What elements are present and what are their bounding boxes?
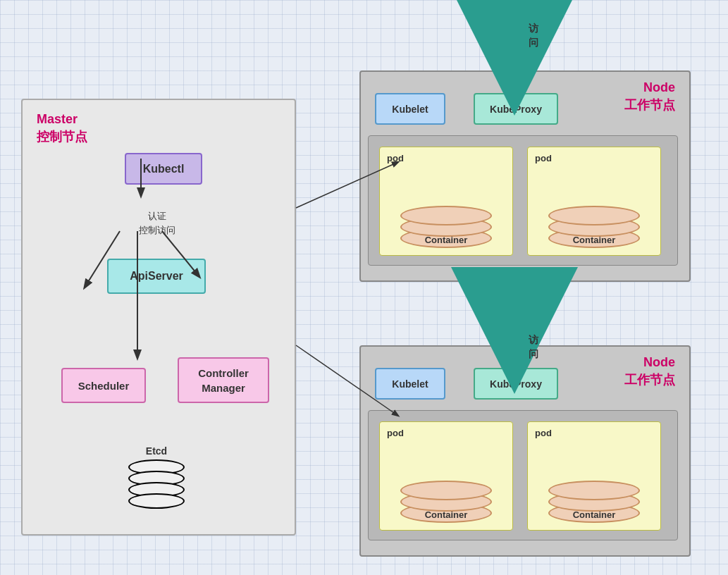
- kubelet-bottom-label: Kubelet: [392, 378, 428, 390]
- controller-manager-label: ControllerManager: [198, 366, 249, 395]
- node-bottom-title1: Node: [643, 355, 675, 369]
- container-top-1-label: Container: [425, 235, 468, 245]
- kubeproxy-bottom-box: KubeProxy: [474, 368, 558, 400]
- pod-top-1: pod Container: [379, 147, 513, 256]
- node-top-title1: Node: [643, 80, 675, 94]
- pod-top-2-label: pod: [535, 153, 552, 163]
- master-title-line1: Master: [37, 112, 78, 126]
- kubectl-box: Kubectl: [125, 153, 202, 185]
- pod-top-1-label: pod: [387, 153, 404, 163]
- container-bottom-2-label: Container: [573, 509, 616, 520]
- node-top-title2: 工作节点: [624, 98, 675, 112]
- container-top-2-label: Container: [573, 235, 616, 245]
- node-bottom-label: Node 工作节点: [624, 354, 675, 389]
- container-bottom-1-label: Container: [425, 509, 468, 520]
- auth-text: 认证 控制访问: [139, 209, 175, 237]
- scheduler-label: Scheduler: [78, 380, 130, 392]
- etcd-label: Etcd: [146, 445, 167, 457]
- pod-area-bottom: pod Container pod Container: [368, 410, 678, 540]
- disk-4: [128, 493, 185, 509]
- etcd-disk-stack: [128, 459, 185, 509]
- pod-bottom-1: pod Container: [379, 421, 513, 531]
- pod-area-top: pod Container pod Container: [368, 135, 678, 266]
- node-bottom-box: Node 工作节点 Kubelet KubeProxy pod Containe…: [359, 345, 691, 557]
- pod-top-2: pod Container: [527, 147, 661, 256]
- node-top-box: Node 工作节点 Kubelet KubeProxy pod Containe…: [359, 70, 691, 282]
- kubectl-label: Kubectl: [143, 163, 185, 175]
- scheduler-box: Scheduler: [61, 368, 146, 403]
- pod-bottom-2: pod Container: [527, 421, 661, 531]
- kubelet-top-box: Kubelet: [375, 93, 445, 125]
- controller-manager-box: ControllerManager: [178, 357, 269, 403]
- kubeproxy-top-box: KubeProxy: [474, 93, 558, 125]
- master-title-line2: 控制节点: [37, 130, 87, 144]
- pod-bottom-1-label: pod: [387, 428, 404, 438]
- etcd-container: Etcd: [121, 445, 192, 509]
- access-text-top: 访: [529, 23, 539, 34]
- auth-line1: 认证: [148, 211, 166, 221]
- pod-bottom-2-label: pod: [535, 428, 552, 438]
- apiserver-box: ApiServer: [107, 259, 206, 294]
- apiserver-label: ApiServer: [130, 270, 183, 283]
- master-box: Master 控制节点 Kubectl 认证 控制访问 ApiServer Sc…: [21, 99, 296, 536]
- access-text-bottom: 访: [529, 334, 539, 345]
- kubelet-bottom-box: Kubelet: [375, 368, 445, 400]
- kubeproxy-bottom-label: KubeProxy: [490, 378, 542, 390]
- node-top-label: Node 工作节点: [624, 79, 675, 114]
- master-label: Master 控制节点: [37, 111, 87, 146]
- auth-line2: 控制访问: [139, 225, 175, 235]
- access-text-top2: 问: [529, 37, 538, 48]
- kubelet-top-label: Kubelet: [392, 104, 428, 115]
- node-bottom-title2: 工作节点: [624, 373, 675, 387]
- kubeproxy-top-label: KubeProxy: [490, 104, 542, 115]
